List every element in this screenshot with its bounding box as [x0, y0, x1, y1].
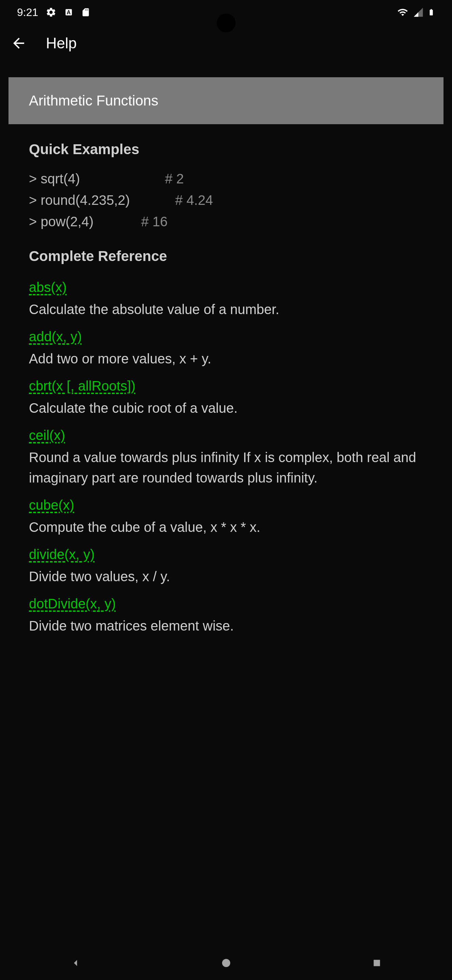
example-prompt: > pow(2,4): [29, 214, 141, 229]
function-link-divide[interactable]: divide(x, y): [29, 547, 95, 562]
example-result: # 2: [165, 171, 184, 186]
page-title: Help: [46, 35, 77, 52]
nav-back-button[interactable]: [65, 953, 86, 973]
function-link-cbrt[interactable]: cbrt(x [, allRoots]): [29, 379, 135, 394]
navigation-bar: [0, 946, 452, 980]
quick-examples-title: Quick Examples: [29, 141, 423, 158]
svg-point-2: [222, 959, 230, 967]
function-link-cube[interactable]: cube(x): [29, 498, 74, 513]
function-link-ceil[interactable]: ceil(x): [29, 428, 65, 443]
status-bar-left: 9:21 A: [17, 6, 90, 19]
device-frame: 9:21 A Help: [0, 0, 452, 980]
example-prompt: > round(4.235,2): [29, 192, 175, 208]
sd-card-icon: [81, 7, 90, 18]
examples-list: > sqrt(4) # 2 > round(4.235,2) # 4.24 > …: [29, 171, 423, 229]
cellular-signal-icon: [412, 7, 424, 18]
function-description: Calculate the cubic root of a value.: [29, 398, 423, 418]
example-result: # 4.24: [175, 192, 213, 208]
status-bar-right: [396, 6, 435, 18]
svg-rect-3: [373, 960, 380, 966]
example-prompt: > sqrt(4): [29, 171, 165, 186]
nav-recent-button[interactable]: [366, 953, 387, 973]
example-row: > pow(2,4) # 16: [29, 214, 423, 229]
settings-icon: [46, 7, 57, 18]
function-description: Divide two matrices element wise.: [29, 616, 423, 636]
example-row: > round(4.235,2) # 4.24: [29, 192, 423, 208]
section-header-text: Arithmetic Functions: [29, 92, 158, 108]
example-row: > sqrt(4) # 2: [29, 171, 423, 186]
nav-home-button[interactable]: [216, 953, 236, 973]
function-description: Round a value towards plus infinity If x…: [29, 447, 423, 488]
status-time: 9:21: [17, 6, 38, 19]
function-description: Calculate the absolute value of a number…: [29, 299, 423, 320]
reference-item: divide(x, y) Divide two values, x / y.: [29, 547, 423, 587]
svg-text:A: A: [67, 9, 71, 15]
function-description: Add two or more values, x + y.: [29, 348, 423, 369]
app-icon: A: [64, 8, 73, 17]
reference-item: cube(x) Compute the cube of a value, x *…: [29, 498, 423, 537]
reference-item: dotDivide(x, y) Divide two matrices elem…: [29, 596, 423, 636]
camera-notch: [217, 14, 235, 32]
function-description: Divide two values, x / y.: [29, 566, 423, 587]
reference-list: abs(x) Calculate the absolute value of a…: [29, 280, 423, 636]
section-header: Arithmetic Functions: [8, 77, 444, 124]
function-link-add[interactable]: add(x, y): [29, 329, 82, 344]
reference-item: cbrt(x [, allRoots]) Calculate the cubic…: [29, 379, 423, 418]
back-button[interactable]: [10, 35, 27, 52]
example-result: # 16: [141, 214, 168, 229]
function-link-dotdivide[interactable]: dotDivide(x, y): [29, 596, 116, 611]
wifi-icon: [396, 7, 409, 18]
function-link-abs[interactable]: abs(x): [29, 280, 67, 295]
battery-icon: [428, 6, 435, 18]
reference-item: abs(x) Calculate the absolute value of a…: [29, 280, 423, 320]
reference-item: add(x, y) Add two or more values, x + y.: [29, 329, 423, 369]
complete-reference-title: Complete Reference: [29, 248, 423, 264]
content-area: Quick Examples > sqrt(4) # 2 > round(4.2…: [0, 124, 452, 662]
reference-item: ceil(x) Round a value towards plus infin…: [29, 428, 423, 488]
function-description: Compute the cube of a value, x * x * x.: [29, 517, 423, 537]
